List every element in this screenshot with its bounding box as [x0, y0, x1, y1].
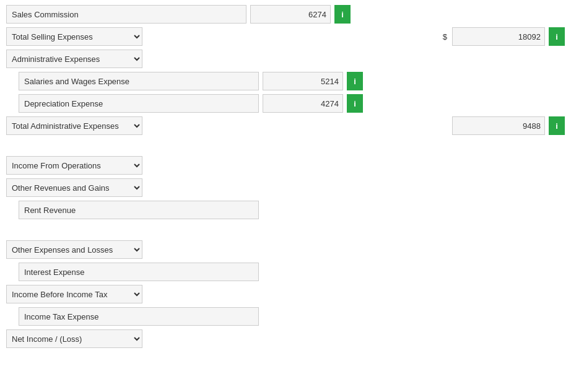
rent-revenue-label: Rent Revenue: [19, 201, 259, 219]
income-before-tax-dropdown[interactable]: Income Before Income Tax: [6, 285, 142, 303]
other-rev-gains-row: Other Revenues and Gains: [6, 178, 565, 197]
admin-expenses-row: Administrative Expenses: [6, 50, 565, 68]
total-admin-info-btn[interactable]: i: [549, 116, 565, 135]
depreciation-input[interactable]: [263, 94, 343, 113]
interest-expense-label: Interest Expense: [19, 263, 259, 281]
depreciation-label: Depreciation Expense: [19, 94, 259, 113]
total-selling-input[interactable]: [452, 27, 545, 46]
income-tax-expense-row: Income Tax Expense: [19, 307, 565, 326]
admin-expenses-dropdown[interactable]: Administrative Expenses: [6, 50, 142, 68]
salaries-wages-row: Salaries and Wages Expense i: [19, 72, 565, 90]
income-tax-expense-label: Income Tax Expense: [19, 307, 259, 326]
total-admin-dropdown[interactable]: Total Administrative Expenses: [6, 116, 142, 135]
net-income-dropdown[interactable]: Net Income / (Loss): [6, 329, 142, 348]
depreciation-info-btn[interactable]: i: [347, 94, 363, 113]
other-rev-gains-dropdown[interactable]: Other Revenues and Gains: [6, 178, 142, 197]
main-container: Sales Commission i Total Selling Expense…: [0, 0, 571, 357]
sales-commission-input[interactable]: [250, 5, 331, 24]
sales-commission-label: Sales Commission: [6, 5, 246, 24]
rent-revenue-row: Rent Revenue: [19, 201, 565, 219]
net-income-row: Net Income / (Loss): [6, 329, 565, 348]
other-exp-losses-dropdown[interactable]: Other Expenses and Losses: [6, 240, 142, 259]
total-selling-row: Total Selling Expenses $ i: [6, 27, 565, 46]
income-from-ops-dropdown[interactable]: Income From Operations: [6, 156, 142, 175]
depreciation-row: Depreciation Expense i: [19, 94, 565, 113]
total-admin-input[interactable]: [452, 116, 545, 135]
total-selling-dropdown[interactable]: Total Selling Expenses: [6, 27, 142, 46]
income-before-tax-row: Income Before Income Tax: [6, 285, 565, 303]
other-exp-losses-row: Other Expenses and Losses: [6, 240, 565, 259]
total-selling-dollar: $: [443, 32, 447, 41]
salaries-wages-info-btn[interactable]: i: [347, 72, 363, 90]
salaries-wages-label: Salaries and Wages Expense: [19, 72, 259, 90]
income-from-ops-row: Income From Operations: [6, 156, 565, 175]
total-selling-info-btn[interactable]: i: [549, 27, 565, 46]
sales-commission-info-btn[interactable]: i: [334, 5, 351, 24]
total-admin-row: Total Administrative Expenses i: [6, 116, 565, 135]
sales-commission-row: Sales Commission i: [6, 5, 565, 24]
interest-expense-row: Interest Expense: [19, 263, 565, 281]
salaries-wages-input[interactable]: [263, 72, 343, 90]
